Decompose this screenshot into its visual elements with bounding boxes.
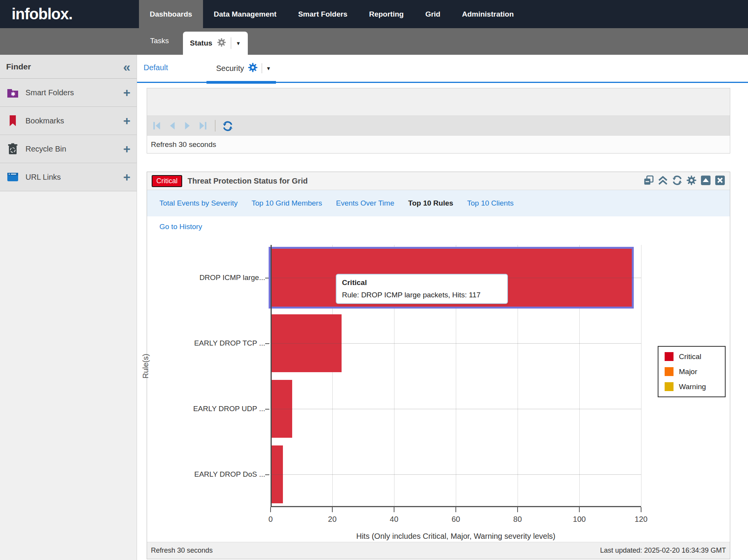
collapse-sidebar-icon[interactable]: « bbox=[123, 60, 130, 73]
url-links-icon bbox=[6, 170, 19, 184]
nav-item-dashboards[interactable]: Dashboards bbox=[139, 0, 203, 28]
x-tickmark bbox=[517, 507, 518, 512]
infoblox-logo: infoblox. bbox=[12, 5, 127, 23]
gridline-y bbox=[271, 409, 641, 409]
chart-tooltip: Critical Rule: DROP ICMP large packets, … bbox=[336, 274, 508, 304]
nav-item-grid[interactable]: Grid bbox=[415, 0, 451, 28]
sidebar-item-url-links[interactable]: URL Links+ bbox=[0, 163, 137, 191]
widget-header: Critical Threat Protection Status for Gr… bbox=[147, 172, 730, 190]
divider bbox=[262, 63, 262, 73]
refresh-icon[interactable] bbox=[222, 121, 232, 131]
tab-security[interactable]: Security ▼ bbox=[216, 62, 271, 74]
tab-default[interactable]: Default bbox=[144, 63, 168, 72]
legend-item-critical: Critical bbox=[665, 352, 719, 361]
nav-item-administration[interactable]: Administration bbox=[451, 0, 525, 28]
gear-icon[interactable] bbox=[217, 38, 226, 49]
legend-label: Critical bbox=[679, 353, 701, 361]
previous-page-icon[interactable] bbox=[167, 121, 177, 131]
go-to-history-link[interactable]: Go to History bbox=[159, 223, 202, 231]
sidebar-item-smart-folders[interactable]: ✱Smart Folders+ bbox=[0, 79, 137, 107]
refresh-icon[interactable] bbox=[672, 175, 682, 187]
widget-tab-events-over-time[interactable]: Events Over Time bbox=[336, 199, 394, 207]
widget-title: Threat Protection Status for Grid bbox=[188, 177, 638, 186]
bookmarks-icon bbox=[6, 114, 19, 127]
divider bbox=[215, 120, 215, 132]
x-tickmark bbox=[270, 507, 271, 512]
sidebar-item-bookmarks[interactable]: Bookmarks+ bbox=[0, 107, 137, 135]
divider bbox=[231, 37, 231, 49]
category-tick bbox=[265, 343, 269, 344]
screen: infoblox. DashboardsData ManagementSmart… bbox=[0, 0, 748, 560]
widget-footer: Refresh 30 seconds Last updated: 2025-02… bbox=[147, 542, 730, 559]
widget-tab-top-10-rules[interactable]: Top 10 Rules bbox=[408, 199, 453, 207]
x-tick-label: 120 bbox=[635, 515, 647, 524]
tooltip-body: Rule: DROP ICMP large packets, Hits: 117 bbox=[342, 291, 502, 299]
nav-item-smart-folders[interactable]: Smart Folders bbox=[287, 0, 358, 28]
category-tick bbox=[265, 409, 269, 410]
y-axis-line bbox=[271, 245, 272, 507]
x-tick-label: 0 bbox=[268, 515, 272, 524]
legend-item-major: Major bbox=[665, 367, 719, 376]
sub-nav: Tasks Status ▼ bbox=[0, 28, 748, 55]
first-page-icon[interactable] bbox=[152, 121, 162, 131]
refresh-status-text: Refresh 30 seconds bbox=[147, 136, 730, 153]
smart-folders-icon: ✱ bbox=[6, 86, 19, 99]
minimize-widget-icon[interactable] bbox=[701, 175, 711, 187]
gear-icon[interactable] bbox=[686, 175, 697, 187]
category-tick bbox=[265, 278, 269, 278]
legend-label: Warning bbox=[679, 383, 706, 391]
tab-security-label: Security bbox=[216, 64, 244, 73]
copy-icon[interactable] bbox=[643, 175, 654, 187]
finder-header: Finder « bbox=[0, 55, 137, 79]
severity-badge: Critical bbox=[152, 175, 182, 187]
add-icon[interactable]: + bbox=[123, 170, 130, 184]
chevron-down-icon[interactable]: ▼ bbox=[266, 66, 271, 71]
gear-icon[interactable] bbox=[248, 62, 258, 74]
sidebar-item-label: Recycle Bin bbox=[25, 145, 117, 153]
add-icon[interactable]: + bbox=[123, 114, 130, 128]
x-tickmark bbox=[332, 507, 333, 512]
gridline-x-120 bbox=[641, 245, 641, 506]
tooltip-title: Critical bbox=[342, 278, 502, 287]
close-widget-icon[interactable] bbox=[715, 175, 725, 187]
x-tickmark bbox=[641, 507, 641, 512]
next-page-icon[interactable] bbox=[183, 121, 193, 131]
sidebar-item-label: URL Links bbox=[25, 173, 117, 182]
category-tick bbox=[265, 474, 269, 475]
pagination-toolbar bbox=[147, 116, 730, 136]
finder-title: Finder bbox=[6, 62, 31, 71]
tab-tasks[interactable]: Tasks bbox=[150, 37, 169, 45]
sidebar-item-label: Smart Folders bbox=[25, 88, 117, 97]
add-icon[interactable]: + bbox=[123, 86, 130, 100]
widget-tab-top-10-clients[interactable]: Top 10 Clients bbox=[467, 199, 513, 207]
legend-swatch bbox=[665, 382, 674, 391]
x-tick-label: 80 bbox=[513, 515, 522, 524]
main-content: Default Security ▼ bbox=[137, 55, 748, 560]
widget-tab-top-10-grid-members[interactable]: Top 10 Grid Members bbox=[252, 199, 322, 207]
add-icon[interactable]: + bbox=[123, 142, 130, 156]
x-tick-label: 60 bbox=[452, 515, 460, 524]
x-tickmark bbox=[455, 507, 456, 512]
main-nav: DashboardsData ManagementSmart FoldersRe… bbox=[139, 0, 525, 28]
chevron-down-icon[interactable]: ▼ bbox=[236, 40, 241, 46]
finder-sidebar: Finder « ✱Smart Folders+Bookmarks+Recycl… bbox=[0, 55, 137, 560]
tab-status-label: Status bbox=[190, 39, 212, 47]
chart-panel: Go to History Rule(s) DROP ICMP large...… bbox=[147, 216, 730, 542]
nav-item-reporting[interactable]: Reporting bbox=[358, 0, 415, 28]
nav-item-data-management[interactable]: Data Management bbox=[203, 0, 288, 28]
category-label: EARLY DROP UDP ... bbox=[149, 405, 265, 413]
tab-status[interactable]: Status ▼ bbox=[183, 32, 248, 55]
threat-protection-widget: Critical Threat Protection Status for Gr… bbox=[147, 172, 730, 559]
last-page-icon[interactable] bbox=[198, 121, 208, 131]
legend-item-warning: Warning bbox=[665, 382, 719, 391]
category-label: EARLY DROP TCP ... bbox=[149, 339, 265, 347]
x-tickmark bbox=[579, 507, 580, 512]
legend-swatch bbox=[665, 367, 674, 376]
x-axis: 020406080100120 bbox=[271, 507, 641, 530]
widget-tab-total-events-by-severity[interactable]: Total Events by Severity bbox=[159, 199, 238, 207]
collapse-all-icon[interactable] bbox=[658, 175, 668, 187]
recycle-bin-icon bbox=[6, 142, 19, 155]
x-tick-label: 40 bbox=[390, 515, 398, 524]
sidebar-item-recycle-bin[interactable]: Recycle Bin+ bbox=[0, 135, 137, 163]
top-nav: infoblox. DashboardsData ManagementSmart… bbox=[0, 0, 748, 28]
